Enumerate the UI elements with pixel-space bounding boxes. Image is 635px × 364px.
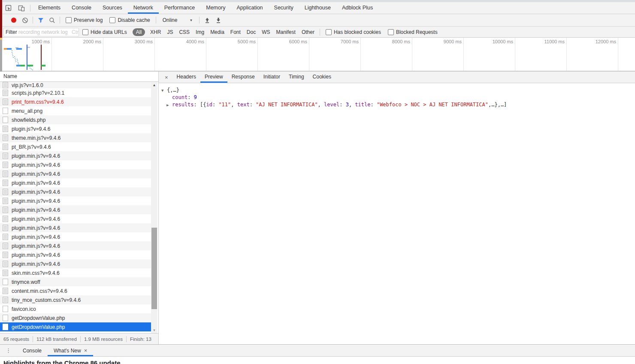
request-row[interactable]: tinymce.woff: [0, 277, 151, 286]
request-name: plugin.min.js?v=9.4.6: [12, 171, 60, 177]
request-row[interactable]: plugin.min.js?v=9.4.6: [0, 151, 151, 160]
network-overview-timeline[interactable]: 1000 ms2000 ms3000 ms4000 ms5000 ms6000 …: [2, 38, 635, 72]
tab-application[interactable]: Application: [231, 2, 268, 14]
tab-lighthouse[interactable]: Lighthouse: [299, 2, 336, 14]
file-icon: [3, 324, 8, 330]
toolbar-separator: [199, 17, 200, 24]
request-row[interactable]: plugin.min.js?v=9.4.6: [0, 160, 151, 169]
request-row[interactable]: tiny_mce_custom.css?v=9.4.6: [0, 295, 151, 304]
scrollbar-thumb[interactable]: [151, 228, 157, 309]
request-row[interactable]: content.min.css?v=9.4.6: [0, 286, 151, 295]
detail-tab-headers[interactable]: Headers: [172, 72, 200, 83]
request-row[interactable]: showfields.php: [0, 115, 151, 124]
filter-type-media[interactable]: Media: [207, 29, 227, 35]
filter-type-other[interactable]: Other: [299, 29, 318, 35]
disable-cache-checkbox[interactable]: Disable cache: [109, 17, 150, 23]
filter-type-font[interactable]: Font: [227, 29, 244, 35]
request-row[interactable]: plugin.min.js?v=9.4.6: [0, 178, 151, 187]
request-row[interactable]: plugin.min.js?v=9.4.6: [0, 241, 151, 250]
request-name: print_form.css?v=9.4.6: [12, 99, 64, 105]
request-row[interactable]: print_form.css?v=9.4.6: [0, 97, 151, 106]
filter-type-js[interactable]: JS: [164, 29, 176, 35]
detail-tab-cookies[interactable]: Cookies: [308, 72, 336, 83]
search-icon[interactable]: [46, 15, 57, 25]
filter-type-manifest[interactable]: Manifest: [273, 29, 299, 35]
drawer-tab-console[interactable]: Console: [17, 345, 48, 356]
request-row[interactable]: plugin.min.js?v=9.4.6: [0, 259, 151, 268]
request-row[interactable]: favicon.ico: [0, 304, 151, 313]
timeline-gridline: [412, 38, 412, 71]
request-row[interactable]: vip.js?v=1.6.0: [0, 82, 151, 88]
request-list: vip.js?v=1.6.0scripts.js.php?v=2.10.1pri…: [0, 82, 151, 333]
filter-type-xhr[interactable]: XHR: [147, 29, 164, 35]
export-har-icon[interactable]: [213, 15, 224, 25]
document-icon: [3, 90, 8, 96]
tab-sources[interactable]: Sources: [97, 2, 128, 14]
timeline-gridline: [309, 38, 309, 71]
inspect-element-icon[interactable]: [2, 3, 15, 14]
name-column-header[interactable]: Name: [0, 72, 158, 82]
scroll-up-icon[interactable]: ▲: [151, 82, 157, 88]
request-row[interactable]: getDropdownValue.php: [0, 322, 151, 331]
request-row[interactable]: getDropdownValue.php: [0, 313, 151, 322]
scroll-down-icon[interactable]: ▼: [151, 327, 157, 333]
filter-icon[interactable]: [35, 15, 46, 25]
request-row[interactable]: skin.min.css?v=9.4.6: [0, 268, 151, 277]
request-row[interactable]: pt_BR.js?v=9.4.6: [0, 142, 151, 151]
timeline-gridline: [463, 38, 464, 71]
detail-tab-preview[interactable]: Preview: [200, 72, 227, 83]
blocked-requests-checkbox[interactable]: Blocked Requests: [388, 29, 438, 35]
request-row[interactable]: plugin.min.js?v=9.4.6: [0, 196, 151, 205]
drawer-tab-label: Console: [23, 345, 42, 356]
request-row[interactable]: plugin.min.js?v=9.4.6: [0, 232, 151, 241]
network-conditions-select[interactable]: Online ▼: [163, 17, 193, 23]
close-tab-icon[interactable]: ×: [84, 345, 88, 356]
record-network-log-button[interactable]: [8, 15, 19, 25]
detail-tab-initiator[interactable]: Initiator: [259, 72, 284, 83]
document-icon: [3, 162, 8, 168]
request-row[interactable]: menu_all.png: [0, 106, 151, 115]
request-row[interactable]: plugin.min.js?v=9.4.6: [0, 214, 151, 223]
import-har-icon[interactable]: [202, 15, 213, 25]
tab-elements[interactable]: Elements: [33, 2, 66, 14]
request-row[interactable]: plugin.min.js?v=9.4.6: [0, 250, 151, 259]
file-icon: [3, 117, 8, 123]
filter-input[interactable]: Filter recording network log Ctrl + E: [3, 28, 79, 36]
tab-memory[interactable]: Memory: [200, 2, 231, 14]
has-blocked-cookies-checkbox[interactable]: Has blocked cookies: [326, 29, 381, 35]
filter-type-img[interactable]: Img: [193, 29, 207, 35]
detail-tab-timing[interactable]: Timing: [284, 72, 308, 83]
request-name: plugin.min.js?v=9.4.6: [12, 216, 60, 222]
filter-type-all[interactable]: All: [133, 28, 145, 36]
devtools-drawer: ⋮ ConsoleWhat's New× Highlights from the…: [0, 344, 635, 364]
filter-type-ws[interactable]: WS: [259, 29, 273, 35]
tab-security[interactable]: Security: [269, 2, 299, 14]
request-row[interactable]: plugin.min.js?v=9.4.6: [0, 205, 151, 214]
request-list-scrollbar[interactable]: ▲ ▼: [151, 82, 157, 333]
close-detail-icon[interactable]: ×: [159, 74, 172, 81]
device-toolbar-icon[interactable]: [15, 3, 28, 14]
tab-network[interactable]: Network: [128, 2, 159, 14]
detail-tab-response[interactable]: Response: [227, 72, 259, 83]
main-tabs: ElementsConsoleSourcesNetworkPerformance…: [33, 2, 378, 14]
drawer-menu-kebab-icon[interactable]: ⋮: [0, 347, 17, 354]
request-row[interactable]: plugin.min.js?v=9.4.6: [0, 223, 151, 232]
timeline-tick-label: 6000 ms: [271, 39, 307, 44]
collapse-icon[interactable]: ▼: [161, 87, 167, 94]
request-row[interactable]: plugin.js?v=9.4.6: [0, 124, 151, 133]
clear-network-log-button[interactable]: [19, 15, 30, 25]
tab-performance[interactable]: Performance: [159, 2, 201, 14]
request-row[interactable]: theme.min.js?v=9.4.6: [0, 133, 151, 142]
timeline-gridline: [103, 38, 103, 71]
filter-type-doc[interactable]: Doc: [244, 29, 259, 35]
preserve-log-checkbox[interactable]: Preserve log: [66, 17, 103, 23]
filter-type-css[interactable]: CSS: [176, 29, 193, 35]
request-row[interactable]: plugin.min.js?v=9.4.6: [0, 187, 151, 196]
drawer-tab-what-s-new[interactable]: What's New×: [48, 345, 93, 356]
tab-console[interactable]: Console: [66, 2, 97, 14]
tab-adblock-plus[interactable]: Adblock Plus: [336, 2, 378, 14]
request-row[interactable]: plugin.min.js?v=9.4.6: [0, 169, 151, 178]
expand-icon[interactable]: ▶: [166, 102, 172, 108]
hide-data-urls-checkbox[interactable]: Hide data URLs: [82, 29, 127, 35]
request-row[interactable]: scripts.js.php?v=2.10.1: [0, 88, 151, 97]
